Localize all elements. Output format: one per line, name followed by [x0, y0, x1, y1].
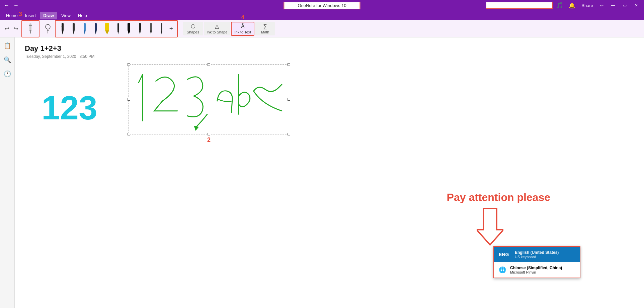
svg-marker-24	[150, 30, 152, 34]
menu-view[interactable]: View	[58, 12, 74, 19]
handwriting-svg	[129, 65, 289, 134]
lang-eng-code: ENG	[499, 252, 511, 257]
left-sidebar: 📋 🔍 🕐	[0, 37, 15, 308]
title-bar-left: ← →	[3, 1, 20, 9]
svg-rect-9	[73, 23, 75, 30]
nav-buttons: ← →	[3, 1, 20, 9]
selected-pen-area: 3	[21, 20, 39, 37]
svg-rect-15	[105, 23, 109, 30]
svg-rect-25	[161, 23, 162, 31]
note-date: Tuesday, September 1, 2020 3:50 PM	[25, 54, 634, 59]
note-area: Day 1+2+3 Tuesday, September 1, 2020 3:5…	[15, 37, 644, 308]
search-input[interactable]	[486, 2, 553, 9]
menu-bar: Home Insert Draw View Help	[0, 11, 644, 20]
menu-home[interactable]: Home	[3, 12, 21, 19]
title-bar: ← → OneNote for Windows 10 🎵 🔔 Share ✏ —…	[0, 0, 644, 11]
title-bar-right: 🎵 🔔 Share ✏ — ▭ ✕	[486, 0, 641, 11]
menu-insert[interactable]: Insert	[22, 12, 39, 19]
undo-redo-group: ↩ ↪	[3, 24, 20, 33]
svg-marker-28	[477, 208, 503, 245]
svg-marker-26	[161, 31, 162, 34]
ink-to-text-button[interactable]: 4 Â Ink to Text	[231, 22, 254, 36]
pen-dark[interactable]	[135, 22, 145, 36]
selected-pen-button[interactable]	[23, 22, 38, 36]
svg-marker-27	[194, 126, 199, 131]
attention-arrow	[477, 208, 503, 248]
restore-button[interactable]: ▭	[620, 0, 630, 11]
svg-marker-10	[73, 30, 75, 34]
svg-rect-23	[150, 23, 152, 30]
lang-chinese-desc: Chinese (Simplified, China) Microsoft Pi…	[510, 266, 562, 274]
pen-thin-dark[interactable]	[157, 22, 166, 36]
svg-rect-2	[29, 25, 32, 26]
num-label-3: 3	[19, 11, 22, 18]
svg-rect-0	[29, 23, 31, 30]
toolbar: ↩ ↪ 3 1	[0, 20, 644, 37]
note-body: 123	[25, 64, 634, 231]
pen-black-2[interactable]	[69, 22, 79, 36]
ink-to-text-icon: Â	[241, 23, 245, 29]
math-icon: ∑	[263, 23, 267, 29]
sidebar-pages-icon[interactable]: 📋	[2, 40, 13, 52]
num-label-4: 4	[241, 14, 244, 20]
selection-box[interactable]: 2	[129, 64, 289, 134]
app-title: OneNote for Windows 10	[284, 2, 360, 9]
undo-button[interactable]: ↩	[3, 24, 11, 33]
svg-marker-14	[95, 30, 97, 34]
share-button[interactable]: Share	[579, 3, 596, 8]
sidebar-search-icon[interactable]: 🔍	[2, 54, 13, 66]
pen-dark-blue[interactable]	[91, 22, 101, 36]
svg-rect-17	[117, 23, 119, 31]
svg-marker-20	[128, 30, 130, 34]
lang-chinese[interactable]: 🌐 Chinese (Simplified, China) Microsoft …	[494, 262, 580, 278]
edit-icon[interactable]: ✏	[597, 3, 606, 8]
back-button[interactable]: ←	[3, 1, 11, 9]
onenote-icon[interactable]: 🎵	[554, 2, 565, 9]
pen-yellow-highlighter[interactable]	[102, 22, 112, 36]
svg-marker-16	[105, 30, 109, 34]
language-popup[interactable]: ENG English (United States) US keyboard …	[493, 246, 580, 278]
forward-button[interactable]: →	[12, 1, 20, 9]
svg-rect-11	[84, 23, 86, 30]
pen-black-thin[interactable]	[113, 22, 123, 36]
sidebar-recent-icon[interactable]: 🕐	[2, 68, 13, 80]
minimize-button[interactable]: —	[608, 0, 618, 11]
pen-black-medium[interactable]	[124, 22, 134, 36]
ink-tools-group: ⬡ Shapes △ Ink to Shape 4 Â Ink to Text…	[183, 22, 275, 36]
num-label-2: 2	[207, 136, 211, 143]
svg-rect-8	[61, 26, 64, 26]
lang-eng-desc: English (United States) US keyboard	[515, 250, 559, 259]
close-button[interactable]: ✕	[631, 0, 641, 11]
shapes-icon: ⬡	[191, 23, 195, 29]
svg-rect-21	[139, 23, 141, 30]
svg-point-3	[46, 24, 50, 29]
ink-to-shape-icon: △	[215, 23, 219, 29]
pen-black-1[interactable]	[58, 22, 68, 36]
ink-to-shape-button[interactable]: △ Ink to Shape	[204, 22, 231, 35]
note-title: Day 1+2+3	[25, 44, 634, 53]
svg-marker-22	[139, 30, 141, 34]
svg-rect-13	[95, 23, 97, 30]
large-123-text: 123	[42, 91, 97, 124]
bell-icon[interactable]: 🔔	[567, 2, 577, 9]
main-content: 📋 🔍 🕐 Day 1+2+3 Tuesday, September 1, 20…	[0, 37, 644, 308]
lang-english[interactable]: ENG English (United States) US keyboard	[494, 247, 580, 262]
chinese-lang-icon: 🌐	[499, 266, 506, 274]
svg-marker-1	[29, 30, 31, 34]
math-button[interactable]: ∑ Math	[255, 22, 275, 35]
menu-draw[interactable]: Draw	[40, 12, 57, 19]
svg-rect-6	[62, 23, 64, 30]
menu-help[interactable]: Help	[75, 12, 90, 19]
add-pen-button[interactable]: +	[167, 24, 175, 33]
svg-marker-18	[117, 31, 119, 34]
svg-marker-7	[62, 30, 64, 34]
pen-blue[interactable]	[80, 22, 90, 36]
eraser-lasso-button[interactable]	[42, 23, 54, 35]
pen-tools-group: 1	[55, 20, 178, 37]
shapes-button[interactable]: ⬡ Shapes	[183, 22, 203, 35]
pay-attention-text: Pay attention please	[447, 191, 550, 204]
pen-variant[interactable]	[146, 22, 156, 36]
svg-marker-12	[84, 30, 86, 34]
redo-button[interactable]: ↪	[12, 24, 20, 33]
svg-rect-19	[128, 23, 130, 30]
